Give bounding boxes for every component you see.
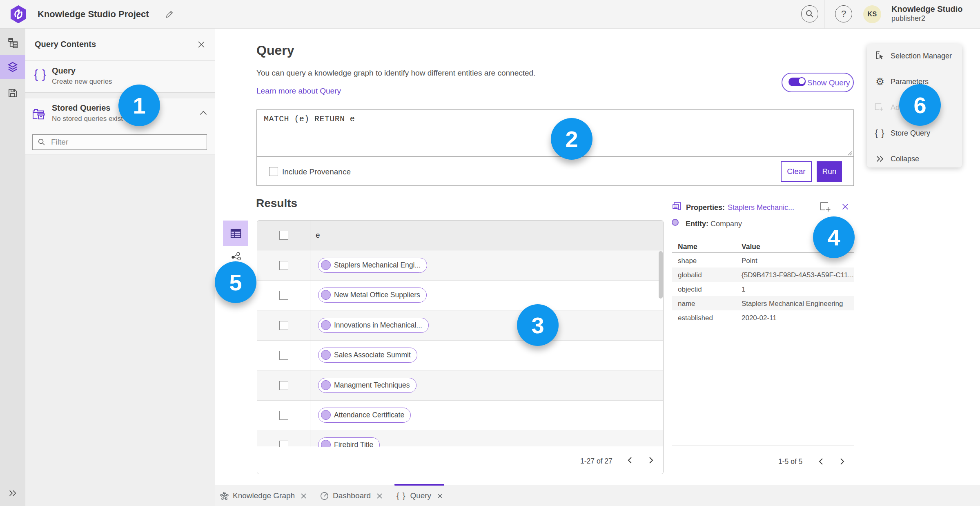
prop-name: shape xyxy=(678,257,697,265)
resize-handle[interactable] xyxy=(846,150,852,156)
topbar-divider xyxy=(824,0,824,29)
prop-name: name xyxy=(678,300,695,308)
entity-pill[interactable]: New Metal Office Suppliers xyxy=(318,288,427,303)
add-to-map-icon xyxy=(875,102,885,113)
knowledge-studio-logo-icon xyxy=(10,5,27,24)
search-button[interactable] xyxy=(801,5,818,22)
sidebar-item-query[interactable]: { } Query Create new queries xyxy=(25,61,215,93)
chevron-left-icon xyxy=(819,458,823,465)
row-checkbox[interactable] xyxy=(279,381,288,390)
properties-next-page-button[interactable] xyxy=(836,456,848,467)
entity-pill[interactable]: Managment Techniques xyxy=(318,378,416,393)
row-checkbox[interactable] xyxy=(279,351,288,360)
rail-expand-button[interactable] xyxy=(0,481,25,505)
select-all-checkbox[interactable] xyxy=(279,231,288,240)
menu-item-selection-manager[interactable]: Selection Manager xyxy=(867,45,962,67)
tab-dashboard[interactable]: Dashboard xyxy=(320,485,383,506)
prop-col-name: Name xyxy=(678,243,697,251)
avatar[interactable]: KS xyxy=(863,5,881,23)
table-row[interactable]: Firebird Title xyxy=(257,430,663,446)
filter-input[interactable]: Filter xyxy=(32,134,207,150)
edit-title-pencil-icon[interactable] xyxy=(165,10,174,19)
tab-close-icon[interactable] xyxy=(437,493,443,499)
entity-pill-label: Sales Associate Summit xyxy=(334,351,411,359)
properties-entity-link[interactable]: Staplers Mechanic... xyxy=(728,203,794,212)
column-header-e: e xyxy=(316,231,320,240)
table-row[interactable]: Managment Techniques xyxy=(257,370,663,401)
active-tab-indicator xyxy=(394,484,444,486)
layers-icon xyxy=(7,62,18,72)
show-query-toggle[interactable]: Show Query xyxy=(782,73,854,92)
properties-report-icon xyxy=(672,202,683,212)
properties-close-button[interactable] xyxy=(841,203,850,212)
close-icon xyxy=(841,203,849,211)
properties-prev-page-button[interactable] xyxy=(815,456,826,467)
callout-badge-2: 2 xyxy=(551,118,592,160)
entity-type-icon xyxy=(672,219,679,226)
close-icon xyxy=(197,40,205,49)
include-provenance-label: Include Provenance xyxy=(282,167,351,176)
entity-pill[interactable]: Staplers Mechanical Engi... xyxy=(318,258,427,273)
table-row[interactable]: Staplers Mechanical Engi... xyxy=(257,250,663,281)
double-chevron-right-icon xyxy=(9,490,17,497)
menu-item-label: Selection Manager xyxy=(891,52,952,60)
help-button[interactable]: ? xyxy=(835,5,852,22)
run-button[interactable]: Run xyxy=(817,161,842,182)
rail-item-contents[interactable] xyxy=(0,55,25,79)
table-view-button[interactable] xyxy=(223,221,248,246)
entity-pill[interactable]: Sales Associate Summit xyxy=(318,348,417,363)
menu-item-collapse[interactable]: Collapse xyxy=(867,148,962,170)
top-bar: Knowledge Studio Project ? KS Knowledge … xyxy=(0,0,980,29)
rail-item-save[interactable] xyxy=(0,81,25,105)
prop-value: Staplers Mechanical Engineering xyxy=(742,300,843,308)
properties-title: Properties: xyxy=(686,203,725,212)
table-row[interactable]: Sales Associate Summit xyxy=(257,340,663,370)
clear-button[interactable]: Clear xyxy=(781,161,812,182)
table-row[interactable]: Innovations in Mechanical... xyxy=(257,310,663,341)
page-title: Query xyxy=(256,43,294,58)
callout-badge-5: 5 xyxy=(215,261,256,303)
row-checkbox[interactable] xyxy=(279,321,288,330)
table-row[interactable]: New Metal Office Suppliers xyxy=(257,280,663,310)
question-mark-icon: ? xyxy=(841,9,846,19)
learn-more-link[interactable]: Learn more about Query xyxy=(256,87,341,96)
results-next-page-button[interactable] xyxy=(645,455,657,466)
results-title: Results xyxy=(256,197,297,210)
table-scrollbar[interactable] xyxy=(659,251,663,299)
toggle-knob xyxy=(798,77,806,85)
link-chart-icon xyxy=(231,252,242,262)
row-checkbox[interactable] xyxy=(279,411,288,420)
include-provenance-checkbox[interactable] xyxy=(269,167,278,176)
add-to-map-icon[interactable] xyxy=(820,202,833,212)
entity-pill[interactable]: Innovations in Mechanical... xyxy=(318,318,429,333)
show-query-label: Show Query xyxy=(807,78,850,87)
prop-col-value: Value xyxy=(742,243,760,251)
rail-item-data-model[interactable] xyxy=(0,30,25,55)
chevron-up-icon[interactable] xyxy=(200,111,207,115)
tab-close-icon[interactable] xyxy=(301,493,307,499)
prop-value: 2020-02-11 xyxy=(742,314,777,322)
callout-badge-1: 1 xyxy=(118,85,160,126)
search-icon xyxy=(805,9,814,18)
panel-close-button[interactable] xyxy=(196,39,207,50)
knowledge-graph-icon xyxy=(220,492,229,500)
tab-knowledge-graph[interactable]: Knowledge Graph xyxy=(220,485,307,506)
entity-pill-label: Innovations in Mechanical... xyxy=(334,321,422,330)
entity-dot-icon xyxy=(321,350,331,360)
toggle-track xyxy=(788,78,806,86)
query-description: You can query a knowledge graph to ident… xyxy=(256,69,535,78)
row-checkbox[interactable] xyxy=(279,261,288,270)
entity-pill[interactable]: Attendance Certificate xyxy=(318,408,411,423)
tab-query[interactable]: { } Query xyxy=(396,485,443,506)
entity-dot-icon xyxy=(321,320,331,330)
menu-item-store-query[interactable]: { } Store Query xyxy=(867,122,962,144)
table-row[interactable]: Attendance Certificate xyxy=(257,400,663,430)
menu-item-label: Collapse xyxy=(891,155,919,163)
tab-close-icon[interactable] xyxy=(376,493,383,499)
results-prev-page-button[interactable] xyxy=(624,455,635,466)
user-name: Knowledge Studio xyxy=(891,4,962,14)
prop-value: 1 xyxy=(742,285,745,294)
prop-name: globalid xyxy=(678,271,702,279)
row-checkbox[interactable] xyxy=(279,291,288,300)
query-item-label: Query xyxy=(52,66,76,76)
